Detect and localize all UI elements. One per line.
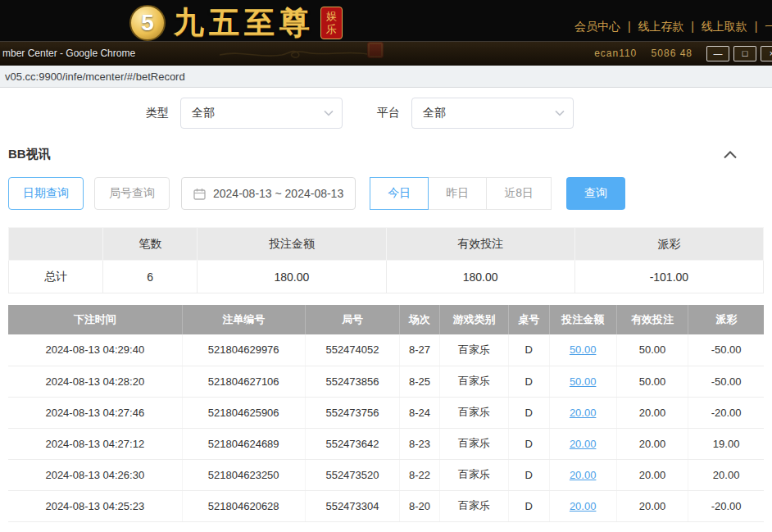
round-query-button[interactable]: 局号查询 bbox=[94, 177, 170, 210]
screen: 5 九五至尊 娱乐 会员中心 线上存款 线上取款 一键转 mber Center… bbox=[0, 0, 772, 532]
url-bar[interactable]: v05.cc:9900/infe/mcenter/#/betRecord bbox=[0, 66, 772, 88]
cell-order-no: 521804623250 bbox=[182, 459, 305, 490]
header-table-no: 桌号 bbox=[508, 305, 549, 334]
yesterday-button[interactable]: 昨日 bbox=[428, 177, 487, 210]
summary-header-row: 笔数 投注金额 有效投注 派彩 bbox=[9, 228, 764, 261]
bet-amount-link[interactable]: 20.00 bbox=[570, 438, 597, 450]
bet-amount-link[interactable]: 20.00 bbox=[570, 469, 597, 481]
cell-payout: 20.00 bbox=[688, 459, 764, 490]
window-title: mber Center - Google Chrome bbox=[0, 48, 135, 59]
close-button[interactable]: × bbox=[761, 46, 772, 61]
logo-badge: 娱乐 bbox=[320, 7, 343, 40]
chevron-down-icon bbox=[324, 110, 334, 116]
cell-bet-amount: 20.00 bbox=[549, 459, 616, 490]
summary-total-label: 总计 bbox=[9, 261, 103, 293]
url-text: v05.cc:9900/infe/mcenter/#/betRecord bbox=[5, 70, 185, 83]
section-header: BB视讯 bbox=[8, 147, 764, 162]
cell-bet-amount: 20.00 bbox=[549, 397, 616, 428]
summary-header-valid-bet: 有效投注 bbox=[386, 228, 574, 261]
bet-amount-link[interactable]: 20.00 bbox=[570, 407, 597, 419]
type-filter-group: 类型 全部 bbox=[146, 98, 343, 129]
cell-order-no: 521804629976 bbox=[182, 334, 305, 366]
header-round-no: 局号 bbox=[305, 305, 399, 334]
site-header: 5 九五至尊 娱乐 会员中心 线上存款 线上取款 一键转 mber Center… bbox=[0, 0, 772, 66]
summary-header-empty bbox=[9, 228, 103, 261]
chevron-up-icon[interactable] bbox=[720, 148, 741, 161]
bet-amount-link[interactable]: 20.00 bbox=[570, 500, 597, 512]
quick-date-group: 今日 昨日 近8日 bbox=[370, 177, 552, 210]
cell-game-type: 百家乐 bbox=[439, 490, 508, 521]
cell-game-type: 百家乐 bbox=[439, 334, 508, 366]
table-row: 2024-08-13 04:25:23 521804620628 5524733… bbox=[8, 490, 764, 521]
cell-bet-amount: 20.00 bbox=[549, 428, 616, 459]
platform-filter-group: 平台 全部 bbox=[377, 98, 574, 129]
header-order-no: 注单编号 bbox=[182, 305, 305, 334]
cell-table-no: D bbox=[508, 459, 549, 490]
cell-order-no: 521804627106 bbox=[182, 366, 305, 397]
cell-table-no: D bbox=[508, 366, 549, 397]
header-session: 场次 bbox=[400, 305, 440, 334]
date-range-value: 2024-08-13 ~ 2024-08-13 bbox=[213, 187, 343, 200]
cell-valid-bet: 50.00 bbox=[616, 366, 688, 397]
maximize-button[interactable]: □ bbox=[733, 46, 756, 61]
calendar-icon bbox=[193, 188, 206, 200]
cell-order-no: 521804624689 bbox=[182, 428, 305, 459]
nav-quick-transfer[interactable]: 一键转 bbox=[765, 20, 772, 33]
cell-payout: 19.00 bbox=[688, 428, 764, 459]
bet-amount-link[interactable]: 50.00 bbox=[570, 343, 597, 356]
date-range-input[interactable]: 2024-08-13 ~ 2024-08-13 bbox=[181, 177, 356, 210]
minimize-button[interactable]: — bbox=[706, 46, 729, 61]
cell-valid-bet: 50.00 bbox=[616, 334, 688, 366]
site-title: 九五至尊 bbox=[174, 2, 315, 43]
today-button[interactable]: 今日 bbox=[370, 177, 429, 210]
cell-payout: -20.00 bbox=[688, 490, 764, 521]
site-logo: 5 九五至尊 娱乐 bbox=[129, 2, 343, 43]
nav-member-center[interactable]: 会员中心 bbox=[574, 20, 638, 33]
browser-title-bar[interactable]: mber Center - Google Chrome ecan110 5086… bbox=[0, 41, 772, 66]
cell-round-no: 552473856 bbox=[305, 366, 399, 397]
summary-total-row: 总计 6 180.00 180.00 -101.00 bbox=[9, 261, 764, 293]
cell-session: 8-22 bbox=[400, 459, 440, 490]
search-button[interactable]: 查询 bbox=[566, 177, 625, 210]
table-row: 2024-08-13 04:29:40 521804629976 5524740… bbox=[8, 334, 764, 366]
chevron-down-icon bbox=[555, 110, 565, 116]
header-game-type: 游戏类别 bbox=[439, 305, 508, 334]
cell-order-no: 521804620628 bbox=[182, 490, 305, 521]
nav-deposit[interactable]: 线上存款 bbox=[638, 20, 701, 33]
bet-amount-link[interactable]: 50.00 bbox=[570, 375, 597, 388]
cell-session: 8-25 bbox=[400, 366, 440, 397]
cell-valid-bet: 20.00 bbox=[616, 397, 688, 428]
cell-session: 8-24 bbox=[400, 397, 440, 428]
date-query-button[interactable]: 日期查询 bbox=[8, 177, 84, 210]
cell-round-no: 552473756 bbox=[305, 397, 399, 428]
cell-session: 8-23 bbox=[400, 428, 440, 459]
cell-bet-amount: 50.00 bbox=[549, 366, 616, 397]
type-select[interactable]: 全部 bbox=[180, 98, 343, 129]
header-valid-bet: 有效投注 bbox=[616, 305, 688, 334]
platform-select[interactable]: 全部 bbox=[411, 98, 574, 129]
header-bet-amount: 投注金额 bbox=[549, 305, 616, 334]
coin-logo-icon: 5 bbox=[129, 5, 166, 41]
summary-count-value: 6 bbox=[103, 261, 198, 293]
header-payout: 派彩 bbox=[688, 305, 764, 334]
filter-row: 类型 全部 平台 全部 bbox=[0, 88, 772, 129]
table-row: 2024-08-13 04:27:46 521804625906 5524737… bbox=[8, 397, 764, 428]
table-row: 2024-08-13 04:26:30 521804623250 5524735… bbox=[8, 459, 764, 490]
cell-valid-bet: 20.00 bbox=[616, 428, 688, 459]
cell-bet-time: 2024-08-13 04:27:46 bbox=[8, 397, 182, 428]
cell-round-no: 552473520 bbox=[305, 459, 399, 490]
account-info: ecan110 5086 48 bbox=[594, 48, 693, 59]
summary-bet-amount-value: 180.00 bbox=[198, 261, 386, 293]
cell-game-type: 百家乐 bbox=[439, 397, 508, 428]
recent8-button[interactable]: 近8日 bbox=[486, 177, 552, 210]
cell-round-no: 552473304 bbox=[305, 490, 399, 521]
cell-payout: -20.00 bbox=[688, 397, 764, 428]
cell-session: 8-20 bbox=[400, 490, 440, 521]
cell-round-no: 552473642 bbox=[305, 428, 399, 459]
cell-session: 8-27 bbox=[400, 334, 440, 366]
nav-withdraw[interactable]: 线上取款 bbox=[702, 20, 765, 33]
header-bet-time: 下注时间 bbox=[8, 305, 182, 334]
cell-bet-time: 2024-08-13 04:25:23 bbox=[8, 490, 182, 521]
cell-bet-time: 2024-08-13 04:27:12 bbox=[8, 428, 182, 459]
cell-bet-amount: 50.00 bbox=[549, 334, 616, 366]
